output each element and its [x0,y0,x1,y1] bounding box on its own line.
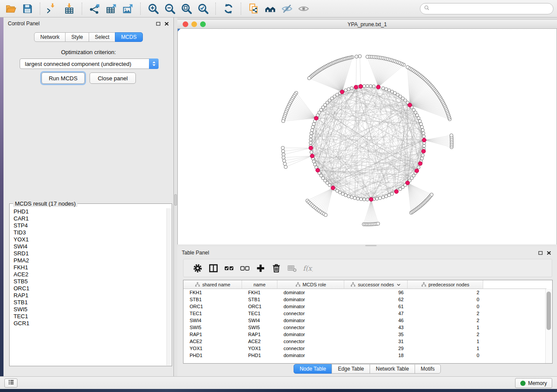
ring-node[interactable] [347,195,350,198]
splitter-grip[interactable] [365,245,377,246]
column-header-name[interactable]: name [242,280,277,289]
ring-node[interactable] [350,87,353,90]
ring-node[interactable] [356,197,360,200]
tab-node-table[interactable]: Node Table [294,364,332,374]
ring-node[interactable] [391,193,394,196]
criterion-dropdown[interactable]: largest connected component (undirected) [20,58,159,69]
add-column-button[interactable] [253,261,268,275]
ring-node[interactable] [366,198,369,201]
leaf-node[interactable] [450,134,453,137]
tab-network[interactable]: Network [34,32,66,42]
ring-node[interactable] [387,89,391,92]
column-header-successor-nodes[interactable]: successor nodes [344,280,408,289]
ring-node[interactable] [369,85,372,88]
select-all-columns-button[interactable] [221,261,237,275]
tab-style[interactable]: Style [65,32,89,42]
dominator-node[interactable] [331,186,335,190]
leaf-node[interactable] [377,222,380,226]
ring-node[interactable] [341,193,344,196]
ring-node[interactable] [378,196,381,199]
tab-edge-table[interactable]: Edge Table [332,364,370,374]
mcds-result-item[interactable]: STB1 [10,299,167,306]
ring-node[interactable] [310,151,313,154]
tab-mcds[interactable]: MCDS [115,32,142,42]
ring-node[interactable] [311,129,314,132]
dominator-node[interactable] [316,168,320,172]
table-row-ACE2[interactable]: ACE2ACE2connector311 [183,338,552,345]
ring-node[interactable] [384,195,387,198]
ring-node[interactable] [422,135,426,138]
leaf-node[interactable] [355,55,358,58]
delete-column-button[interactable] [268,261,284,275]
delete-table-button[interactable] [284,261,300,275]
ring-node[interactable] [381,196,384,199]
zoom-selected-button[interactable] [195,1,211,16]
ring-node[interactable] [384,88,387,91]
leaf-node[interactable] [358,55,362,58]
column-header-predecessor-nodes[interactable]: predecessor nodes [408,280,483,289]
network-graph[interactable] [178,29,557,244]
dominator-node[interactable] [415,169,419,173]
mcds-result-item[interactable]: CAR1 [10,215,167,222]
close-panel-icon[interactable] [164,21,170,26]
ring-node[interactable] [311,125,315,128]
ring-node[interactable] [313,163,316,166]
first-neighbors-button[interactable] [262,1,279,16]
dominator-node[interactable] [418,162,422,165]
ring-node[interactable] [366,84,369,87]
leaf-node[interactable] [283,162,287,166]
search-input[interactable] [430,4,553,13]
zoom-fit-button[interactable] [178,1,195,16]
mcds-result-list[interactable]: PHD1CAR1STP4TID3YOX1SWI4SRD1PMA2FKH1ACE2… [10,208,167,365]
ring-node[interactable] [309,135,312,138]
ring-node[interactable] [375,197,378,200]
leaf-node[interactable] [282,119,285,123]
ring-node[interactable] [387,194,391,197]
vertical-splitter[interactable] [174,17,177,376]
splitter-grip[interactable] [174,194,177,206]
ring-node[interactable] [421,129,424,132]
ring-node[interactable] [353,196,356,199]
leaf-node[interactable] [324,213,328,217]
network-window-titlebar[interactable]: YPA_prune.txt_1 [177,19,557,29]
zoom-in-button[interactable] [145,1,162,16]
table-row-TEC1[interactable]: TEC1TEC1connector472 [183,310,552,317]
export-image-button[interactable] [120,1,136,16]
ring-node[interactable] [391,90,394,93]
mcds-result-item[interactable]: PMA2 [10,257,167,264]
column-header-MCDS-role[interactable]: MCDS role [277,280,344,289]
dominator-node[interactable] [314,116,318,120]
float-panel-icon[interactable] [538,250,543,255]
table-scrollbar[interactable] [545,289,552,363]
leaf-node[interactable] [282,156,285,159]
ring-node[interactable] [310,132,313,135]
ring-node[interactable] [350,196,353,199]
ring-node[interactable] [328,183,331,186]
ring-node[interactable] [422,144,426,148]
leaf-node[interactable] [281,150,285,153]
close-panel-button[interactable]: Close panel [90,72,136,84]
ring-node[interactable] [363,198,366,201]
table-row-SWI4[interactable]: SWI4SWI4dominator462 [183,317,552,324]
table-row-RAP1[interactable]: RAP1RAP1dominator352 [183,331,552,338]
scrollbar-thumb[interactable] [547,292,551,330]
leaf-node[interactable] [406,65,409,69]
dominator-node[interactable] [422,138,426,142]
refresh-button[interactable] [220,1,237,16]
dominator-node[interactable] [369,197,373,201]
mcds-result-item[interactable]: SWI5 [10,306,167,313]
ring-node[interactable] [417,166,420,169]
dominator-node[interactable] [359,84,363,88]
table-row-YOX1[interactable]: YOX1YOX1connector291 [183,345,552,352]
leaf-node[interactable] [284,165,287,169]
ring-node[interactable] [309,138,312,141]
table-settings-button[interactable] [190,261,205,275]
ring-node[interactable] [344,89,347,92]
dominator-node[interactable] [376,85,380,89]
ring-node[interactable] [419,120,422,123]
mcds-result-item[interactable]: PHD1 [10,208,167,215]
dominator-node[interactable] [405,181,409,185]
mcds-result-item[interactable]: TEC1 [10,313,167,320]
show-columns-button[interactable] [205,261,221,275]
mcds-result-item[interactable]: ORC1 [10,285,167,292]
